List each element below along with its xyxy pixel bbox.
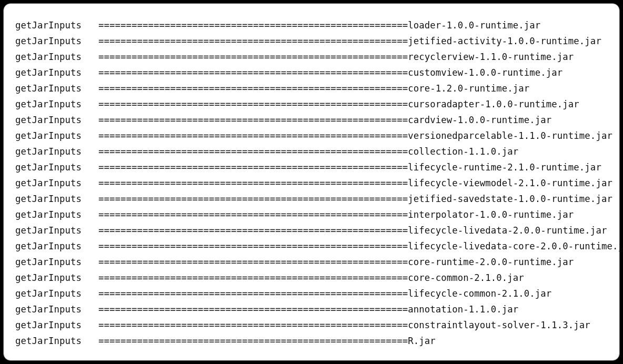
- log-label: getJarInputs: [15, 175, 98, 191]
- watermark-line: @掘金技术社区: [571, 345, 616, 353]
- log-label: getJarInputs: [15, 17, 98, 33]
- log-value: ========================================…: [98, 241, 620, 251]
- log-label: getJarInputs: [15, 317, 98, 333]
- log-label: getJarInputs: [15, 270, 98, 286]
- log-label: getJarInputs: [15, 80, 98, 96]
- log-value: ========================================…: [98, 336, 436, 346]
- log-line: getJarInputs============================…: [15, 80, 619, 96]
- log-label: getJarInputs: [15, 144, 98, 159]
- log-label: getJarInputs: [15, 333, 98, 349]
- log-line: getJarInputs============================…: [15, 317, 619, 333]
- log-value: ========================================…: [98, 320, 590, 330]
- log-value: ========================================…: [98, 162, 601, 173]
- log-line: getJarInputs============================…: [15, 301, 619, 317]
- log-value: ========================================…: [98, 20, 540, 31]
- log-value: ========================================…: [98, 67, 562, 78]
- log-line: getJarInputs============================…: [15, 270, 619, 286]
- log-line: getJarInputs============================…: [15, 207, 619, 223]
- log-value: ========================================…: [98, 209, 574, 220]
- log-value: ========================================…: [98, 52, 574, 62]
- log-label: getJarInputs: [15, 49, 98, 65]
- log-label: getJarInputs: [15, 254, 98, 270]
- log-label: getJarInputs: [15, 112, 98, 128]
- log-label: getJarInputs: [15, 223, 98, 238]
- log-line: getJarInputs============================…: [15, 17, 619, 33]
- log-value: ========================================…: [98, 288, 551, 299]
- log-label: getJarInputs: [15, 128, 98, 144]
- log-line: getJarInputs============================…: [15, 112, 619, 128]
- log-line: getJarInputs============================…: [15, 65, 619, 80]
- log-value: ========================================…: [98, 99, 579, 109]
- log-line: getJarInputs============================…: [15, 286, 619, 301]
- log-value: ========================================…: [98, 83, 529, 94]
- log-value: ========================================…: [98, 36, 601, 46]
- log-line: getJarInputs============================…: [15, 33, 619, 49]
- log-line: getJarInputs============================…: [15, 128, 619, 144]
- log-value: ========================================…: [98, 257, 574, 267]
- terminal-window: getJarInputs============================…: [3, 3, 620, 361]
- log-value: ========================================…: [98, 130, 612, 141]
- log-label: getJarInputs: [15, 238, 98, 254]
- log-label: getJarInputs: [15, 65, 98, 80]
- log-output: getJarInputs============================…: [4, 4, 619, 349]
- watermark: @掘金技术社区 @51CTO博客: [571, 345, 616, 361]
- log-label: getJarInputs: [15, 96, 98, 112]
- log-line: getJarInputs============================…: [15, 238, 619, 254]
- log-value: ========================================…: [98, 178, 612, 188]
- log-label: getJarInputs: [15, 301, 98, 317]
- log-value: ========================================…: [98, 146, 518, 157]
- log-label: getJarInputs: [15, 33, 98, 49]
- log-line: getJarInputs============================…: [15, 159, 619, 175]
- log-line: getJarInputs============================…: [15, 223, 619, 238]
- log-line: getJarInputs============================…: [15, 333, 619, 349]
- log-value: ========================================…: [98, 194, 612, 204]
- watermark-line: @51CTO博客: [571, 352, 616, 361]
- log-line: getJarInputs============================…: [15, 191, 619, 207]
- log-line: getJarInputs============================…: [15, 175, 619, 191]
- log-line: getJarInputs============================…: [15, 96, 619, 112]
- log-value: ========================================…: [98, 272, 524, 283]
- log-line: getJarInputs============================…: [15, 254, 619, 270]
- log-label: getJarInputs: [15, 286, 98, 301]
- log-label: getJarInputs: [15, 191, 98, 207]
- log-value: ========================================…: [98, 225, 607, 236]
- log-label: getJarInputs: [15, 159, 98, 175]
- log-line: getJarInputs============================…: [15, 49, 619, 65]
- log-line: getJarInputs============================…: [15, 144, 619, 159]
- log-value: ========================================…: [98, 115, 551, 125]
- log-value: ========================================…: [98, 304, 518, 315]
- log-label: getJarInputs: [15, 207, 98, 223]
